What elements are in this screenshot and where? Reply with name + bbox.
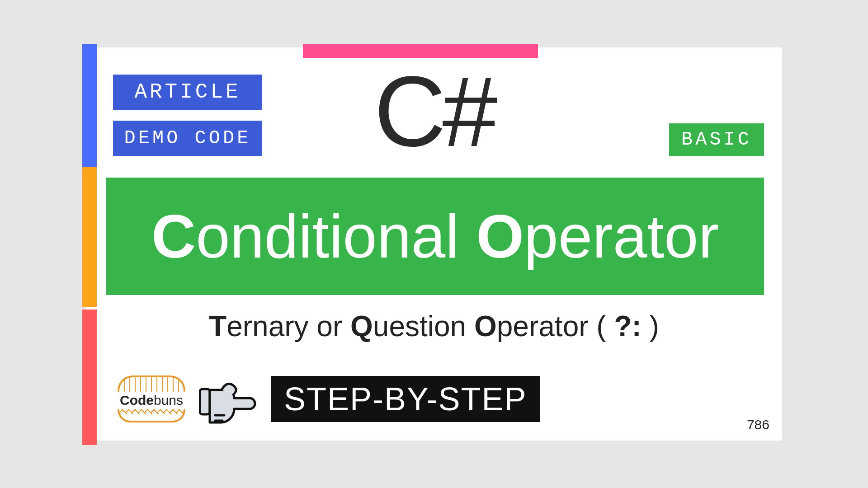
svg-rect-0 <box>200 389 210 414</box>
subtitle: Ternary or Question Operator ( ?: ) <box>86 310 782 343</box>
subtitle-close: ) <box>642 310 659 343</box>
corner-number: 786 <box>747 417 769 432</box>
logo-zigzag <box>119 409 184 414</box>
pointing-hand-icon <box>199 372 258 426</box>
title-letter-o: O <box>476 202 524 271</box>
subtitle-letter-o: O <box>474 310 497 343</box>
codebuns-logo: Codebuns <box>118 375 185 422</box>
subtitle-part-uestion: uestion <box>373 310 474 343</box>
title-bar: Conditional Operator <box>106 178 764 295</box>
subtitle-part-perator-open: perator ( <box>497 310 614 343</box>
footer-row: Codebuns STEP-BY-STEP <box>118 372 540 426</box>
logo-text-rest: buns <box>154 393 183 408</box>
logo-text-bold: Code <box>120 393 154 408</box>
logo-bun-top <box>118 375 185 392</box>
title-part-perator: perator <box>524 202 719 271</box>
accent-stripe-orange <box>82 167 97 307</box>
title-letter-c: C <box>151 202 196 271</box>
subtitle-letter-q: Q <box>350 310 373 343</box>
subtitle-part-ernary: ernary or <box>226 310 350 343</box>
logo-text: Codebuns <box>119 393 184 408</box>
thumbnail-card: ARTICLE DEMO CODE BASIC C# Conditional O… <box>86 47 782 441</box>
subtitle-letter-t: T <box>209 310 226 343</box>
logo-bun-bottom <box>118 409 185 422</box>
language-heading: C# <box>86 62 782 161</box>
title-part-onditional: onditional <box>196 202 476 271</box>
subtitle-symbol: ?: <box>614 310 641 343</box>
step-by-step-badge: STEP-BY-STEP <box>271 376 540 422</box>
